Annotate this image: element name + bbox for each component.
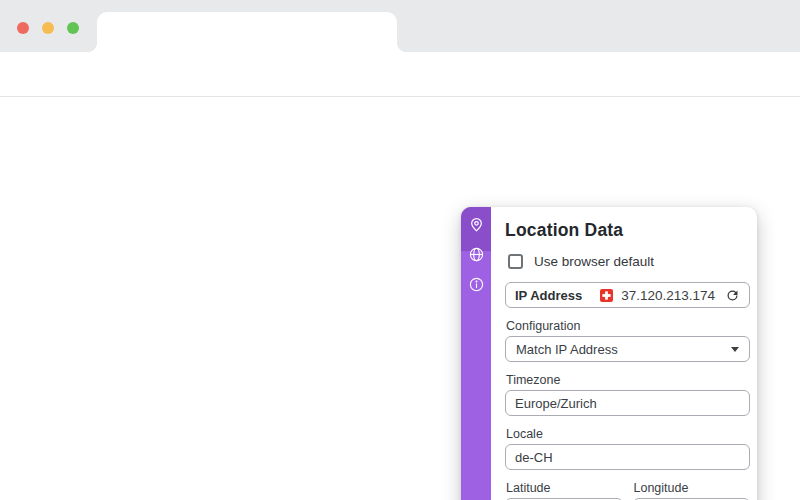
info-icon — [468, 276, 485, 297]
ip-address-value: 37.120.213.174 — [621, 288, 715, 303]
use-browser-default-label: Use browser default — [534, 254, 654, 269]
globe-icon — [468, 246, 485, 267]
use-browser-default-row: Use browser default — [505, 254, 750, 269]
location-pin-icon — [468, 216, 485, 237]
browser-toolbar — [0, 52, 800, 97]
popup-title: Location Data — [505, 220, 750, 241]
use-browser-default-checkbox[interactable] — [508, 254, 523, 269]
page-content: Location Data Use browser default IP Add… — [0, 98, 800, 500]
sidebar-item-info[interactable] — [467, 277, 485, 295]
popup-sidebar — [461, 207, 491, 500]
browser-tab[interactable] — [97, 12, 397, 52]
ip-address-box: IP Address 37.120.213.174 — [505, 282, 750, 308]
minimize-window-button[interactable] — [42, 22, 54, 34]
sidebar-item-location[interactable] — [467, 217, 485, 235]
configuration-label: Configuration — [506, 319, 750, 333]
timezone-label: Timezone — [506, 373, 750, 387]
swiss-flag-icon — [600, 289, 613, 302]
maximize-window-button[interactable] — [67, 22, 79, 34]
lat-lon-row: Latitude Longitude — [505, 470, 750, 500]
screenshot: Location Data Use browser default IP Add… — [0, 0, 800, 500]
latitude-label: Latitude — [506, 481, 623, 495]
locale-input[interactable] — [505, 444, 750, 470]
popup-content: Location Data Use browser default IP Add… — [491, 207, 757, 500]
titlebar — [0, 0, 800, 52]
ip-address-label: IP Address — [515, 288, 582, 303]
vytal-popup: Location Data Use browser default IP Add… — [461, 207, 757, 500]
configuration-select[interactable]: Match IP Address — [505, 336, 750, 362]
sidebar-item-globe[interactable] — [467, 247, 485, 265]
configuration-selected-value: Match IP Address — [516, 342, 618, 357]
chevron-down-icon — [731, 347, 739, 352]
longitude-label: Longitude — [634, 481, 751, 495]
locale-label: Locale — [506, 427, 750, 441]
timezone-input[interactable] — [505, 390, 750, 416]
traffic-lights — [17, 22, 79, 34]
close-window-button[interactable] — [17, 22, 29, 34]
refresh-ip-button[interactable] — [724, 287, 740, 303]
